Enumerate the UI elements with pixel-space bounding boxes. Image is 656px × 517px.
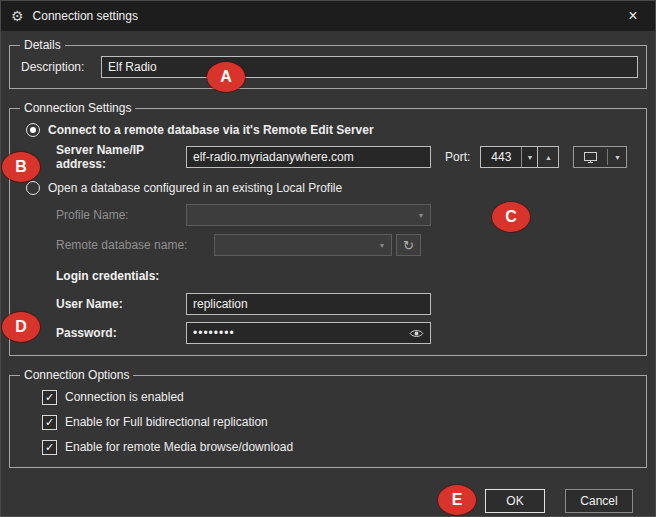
profile-name-row: Profile Name: ▼ <box>56 203 638 227</box>
checkbox-label: Enable for Full bidirectional replicatio… <box>65 415 268 429</box>
username-label: User Name: <box>56 297 186 311</box>
local-profile-radio[interactable] <box>26 181 40 195</box>
annotation-badge-c: C <box>492 202 530 232</box>
cancel-button[interactable]: Cancel <box>565 489 633 513</box>
port-options-button[interactable]: ▼ <box>573 146 627 168</box>
close-icon[interactable]: × <box>611 1 655 31</box>
window-title: Connection settings <box>33 9 138 23</box>
connection-settings-legend: Connection Settings <box>20 101 135 115</box>
annotation-badge-e: E <box>438 485 476 515</box>
connection-settings-dialog: ⚙ Connection settings × Details Descript… <box>0 0 656 517</box>
login-credentials-label: Login credentials: <box>56 269 638 284</box>
media-browse-row: ✓ Enable for remote Media browse/downloa… <box>42 437 638 457</box>
server-name-label: Server Name/IP address: <box>56 143 186 171</box>
local-radio-label: Open a database configured in an existin… <box>48 181 342 195</box>
annotation-badge-a: A <box>207 62 245 92</box>
profile-name-combo[interactable]: ▼ <box>186 204 431 226</box>
password-field[interactable] <box>186 322 431 344</box>
device-icon <box>574 151 607 164</box>
ok-button[interactable]: OK <box>485 489 545 513</box>
server-name-input[interactable] <box>186 146 431 168</box>
details-legend: Details <box>20 38 65 52</box>
connection-options-legend: Connection Options <box>20 368 133 382</box>
port-dropdown-icon[interactable]: ▼ <box>521 147 537 167</box>
dialog-footer: OK Cancel <box>9 468 647 513</box>
connection-enabled-row: ✓ Connection is enabled <box>42 387 638 407</box>
up-arrow-icon: ▲ <box>545 154 552 161</box>
remote-database-radio[interactable] <box>26 123 40 137</box>
bidirectional-row: ✓ Enable for Full bidirectional replicat… <box>42 412 638 432</box>
checkbox-label: Enable for remote Media browse/download <box>65 440 293 454</box>
checkbox-media-browse[interactable]: ✓ <box>42 440 57 455</box>
annotation-badge-d: D <box>2 312 40 342</box>
port-up-button[interactable]: ▲ <box>537 146 559 168</box>
username-input[interactable] <box>186 293 431 315</box>
remote-db-row: Remote database name: ▼ ↻ <box>56 233 638 257</box>
port-label: Port: <box>445 150 470 164</box>
password-input[interactable] <box>193 326 405 340</box>
checkbox-connection-enabled[interactable]: ✓ <box>42 390 57 405</box>
connection-settings-group: Connection Settings Connect to a remote … <box>9 101 647 356</box>
titlebar: ⚙ Connection settings × <box>1 1 655 31</box>
refresh-icon: ↻ <box>403 238 414 253</box>
local-radio-row: Open a database configured in an existin… <box>26 181 638 195</box>
port-value: 443 <box>481 150 521 164</box>
checkbox-label: Connection is enabled <box>65 390 184 404</box>
annotation-badge-b: B <box>2 152 40 182</box>
port-input[interactable]: 443 ▼ <box>480 146 538 168</box>
username-row: User Name: <box>56 292 638 316</box>
description-input[interactable] <box>101 56 638 78</box>
dropdown-icon[interactable]: ▼ <box>608 154 626 161</box>
remote-radio-label: Connect to a remote database via it's Re… <box>48 123 374 137</box>
remote-radio-row: Connect to a remote database via it's Re… <box>26 123 638 137</box>
connection-options-group: Connection Options ✓ Connection is enabl… <box>9 368 647 468</box>
settings-gear-icon: ⚙ <box>11 9 24 23</box>
password-label: Password: <box>56 326 186 340</box>
chevron-down-icon: ▼ <box>412 212 430 219</box>
description-row: Description: <box>21 56 638 78</box>
checkbox-bidirectional-replication[interactable]: ✓ <box>42 415 57 430</box>
show-password-icon[interactable] <box>409 328 424 339</box>
password-row: Password: <box>56 321 638 345</box>
chevron-down-icon: ▼ <box>373 242 391 249</box>
remote-db-combo[interactable]: ▼ <box>214 234 392 256</box>
description-label: Description: <box>21 60 101 74</box>
profile-name-label: Profile Name: <box>56 208 186 222</box>
details-group: Details Description: <box>9 38 647 89</box>
refresh-button[interactable]: ↻ <box>396 234 421 256</box>
server-row: Server Name/IP address: Port: 443 ▼ ▲ <box>56 145 638 169</box>
dialog-content: Details Description: Connection Settings… <box>1 31 655 513</box>
remote-db-label: Remote database name: <box>56 238 214 252</box>
